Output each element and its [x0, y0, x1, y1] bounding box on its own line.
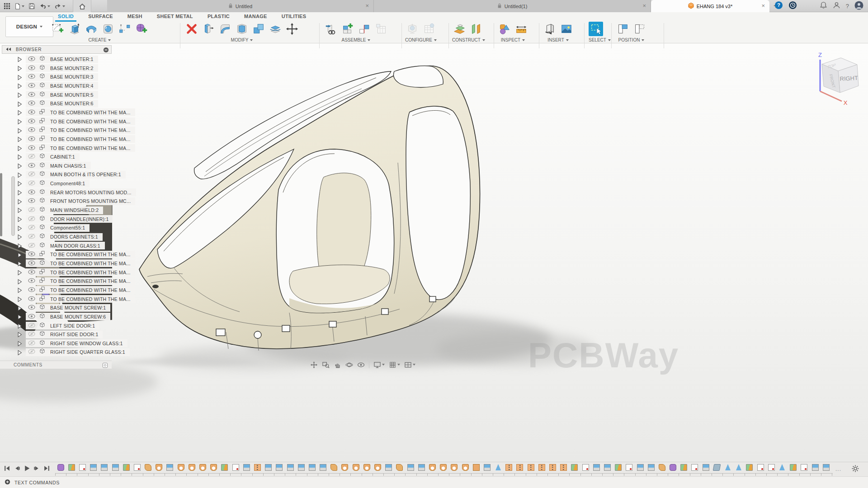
expand-arrow-icon[interactable] [17, 172, 22, 178]
browser-item-label[interactable]: BASE MOUNTER:3 [50, 74, 94, 80]
nav-pan-button[interactable] [310, 361, 318, 369]
timeline-feature-boss[interactable] [361, 464, 372, 471]
browser-item-label[interactable]: FRONT MOTORS MOUNTING MC... [50, 198, 131, 204]
create-sketch-icon[interactable] [51, 22, 65, 36]
browser-item-label[interactable]: TO BE COMBINED WITH THE MA... [50, 270, 131, 275]
timeline-feature-extrude[interactable] [481, 464, 492, 471]
timeline-feature-boss[interactable] [438, 464, 449, 471]
browser-tree-row[interactable]: TO BE COMBINED WITH THE MA... [0, 144, 145, 152]
visibility-eye-off-icon[interactable] [28, 206, 35, 214]
text-commands-expand-icon[interactable] [5, 479, 10, 487]
expand-arrow-icon[interactable] [17, 216, 22, 222]
browser-tree-row[interactable]: TO BE COMBINED WITH THE MA... [0, 286, 145, 294]
visibility-eye-icon[interactable] [28, 64, 35, 72]
browser-item-label[interactable]: TO BE COMBINED WITH THE MA... [50, 287, 131, 293]
ribbon-tab-sheet-metal[interactable]: SHEET METAL [150, 12, 200, 21]
timeline-ruler[interactable] [55, 473, 833, 476]
browser-item-label[interactable]: BASE MOUNT SCREW:6 [50, 314, 106, 319]
browser-item-label[interactable]: TO BE COMBINED WITH THE MA... [50, 252, 131, 257]
browser-item-label[interactable]: TO BE COMBINED WITH THE MA... [50, 110, 131, 115]
timeline-feature-sketch[interactable] [689, 464, 700, 471]
browser-item-label[interactable]: RIGHT SIDE DOOR:1 [50, 332, 98, 337]
timeline-feature-extrude[interactable] [700, 464, 711, 471]
configuration-icon[interactable] [405, 22, 420, 36]
timeline-step-back-button[interactable] [14, 465, 20, 474]
browser-tree-row[interactable]: FRONT MOTORS MOUNTING MC... [0, 197, 145, 205]
close-tab-icon[interactable]: × [642, 2, 646, 9]
timeline-skip-start-button[interactable] [4, 465, 10, 474]
visibility-eye-off-icon[interactable] [28, 179, 35, 188]
measure-icon[interactable] [514, 22, 528, 36]
ribbon-group-label[interactable]: CONFIGURE [405, 38, 432, 42]
timeline-feature-sketch[interactable] [132, 464, 142, 471]
notifications-bell-icon[interactable] [820, 1, 827, 11]
timeline-feature-extrude[interactable] [274, 464, 285, 471]
timeline-feature-pattern[interactable] [525, 464, 536, 471]
ribbon-group-label[interactable]: SELECT [589, 38, 606, 42]
visibility-eye-icon[interactable] [28, 73, 35, 81]
timeline-feature-extrude[interactable] [263, 464, 274, 471]
timeline-feature-pattern[interactable] [514, 464, 525, 471]
expand-arrow-icon[interactable] [17, 269, 22, 275]
select-window-icon[interactable] [589, 22, 603, 36]
insert-component-icon[interactable] [324, 22, 338, 36]
visibility-eye-off-icon[interactable] [28, 339, 35, 347]
job-status-icon[interactable] [788, 1, 797, 11]
browser-item-label[interactable]: MAIN DOOR GLASS:1 [50, 243, 100, 249]
canvas-left-scrollbar[interactable] [0, 173, 2, 236]
timeline-feature-boss[interactable] [372, 464, 383, 471]
timeline-feature-sketch[interactable] [624, 464, 635, 471]
timeline-feature-pattern[interactable] [547, 464, 558, 471]
timeline-feature-boss[interactable] [350, 464, 361, 471]
rectangular-pattern-icon[interactable] [118, 22, 132, 36]
document-tab[interactable]: Untitled(1)× [374, 0, 651, 12]
help-icon[interactable]: ? [774, 1, 783, 11]
browser-tree-row[interactable]: TO BE COMBINED WITH THE MA... [0, 108, 145, 116]
expand-arrow-icon[interactable] [17, 323, 22, 328]
expand-arrow-icon[interactable] [17, 65, 22, 71]
browser-tree-row[interactable]: MAIN DOOR GLASS:1 [0, 242, 145, 249]
timeline-feature-pattern[interactable] [504, 464, 514, 471]
visibility-eye-icon[interactable] [28, 277, 35, 285]
browser-item-label[interactable]: TO BE COMBINED WITH THE MA... [50, 278, 131, 284]
redo-button[interactable] [54, 3, 65, 9]
timeline-feature-plane[interactable] [121, 464, 132, 471]
browser-item-label[interactable]: Component55:1 [50, 225, 85, 230]
browser-scrollbar[interactable] [11, 176, 15, 236]
expand-arrow-icon[interactable] [17, 74, 22, 80]
nav-viewports-button[interactable] [404, 361, 415, 369]
collapse-panel-icon[interactable] [5, 47, 11, 52]
browser-filter-icon[interactable] [103, 47, 109, 54]
timeline-skip-end-button[interactable] [43, 465, 50, 474]
browser-item-label[interactable]: CABINET:1 [50, 154, 75, 160]
expand-arrow-icon[interactable] [17, 243, 22, 249]
visibility-eye-off-icon[interactable] [28, 170, 35, 178]
timeline-feature-extrude[interactable] [635, 464, 646, 471]
configuration-table-icon[interactable] [422, 22, 436, 36]
visibility-eye-icon[interactable] [28, 197, 35, 205]
close-tab-icon[interactable]: × [761, 2, 765, 9]
browser-tree-row[interactable]: RIGHT SIDE QUARTER GLASS:1 [0, 348, 145, 356]
visibility-eye-off-icon[interactable] [28, 322, 35, 330]
browser-tree-row[interactable]: TO BE COMBINED WITH THE MA... [0, 277, 145, 285]
home-view-button[interactable] [73, 0, 91, 12]
expand-arrow-icon[interactable] [17, 56, 22, 62]
expand-arrow-icon[interactable] [17, 234, 22, 240]
expand-arrow-icon[interactable] [17, 118, 22, 124]
timeline-feature-tri[interactable] [722, 464, 733, 471]
joint-table-icon[interactable] [374, 22, 388, 36]
expand-arrow-icon[interactable] [17, 278, 22, 284]
timeline-feature-extrude[interactable] [383, 464, 394, 471]
browser-item-label[interactable]: BASE MOUNTER:4 [50, 83, 94, 89]
midplane-icon[interactable] [469, 22, 483, 36]
visibility-eye-icon[interactable] [28, 117, 35, 126]
timeline-feature-sketch[interactable] [77, 464, 88, 471]
timeline-feature-pattern[interactable] [558, 464, 569, 471]
browser-tree-row[interactable]: Component55:1 [0, 224, 145, 232]
browser-item-label[interactable]: BASE MOUNTER:6 [50, 101, 94, 106]
comments-bar[interactable]: COMMENTS [0, 361, 112, 369]
ribbon-tab-plastic[interactable]: PLASTIC [200, 12, 237, 21]
visibility-eye-off-icon[interactable] [28, 224, 35, 232]
timeline-feature-pattern[interactable] [252, 464, 263, 471]
visibility-eye-icon[interactable] [28, 135, 35, 143]
